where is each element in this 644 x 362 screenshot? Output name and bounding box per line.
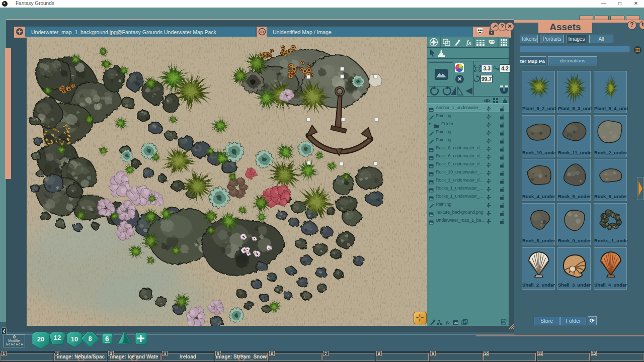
svg-text:8: 8: [88, 335, 92, 342]
svg-text:10: 10: [71, 335, 78, 343]
svg-text:6: 6: [105, 335, 109, 343]
svg-text:20: 20: [37, 335, 44, 343]
svg-text:ID: ID: [261, 30, 264, 34]
svg-text:fx: fx: [446, 320, 450, 325]
svg-text:fx: fx: [466, 39, 471, 46]
svg-text:12: 12: [54, 334, 61, 341]
